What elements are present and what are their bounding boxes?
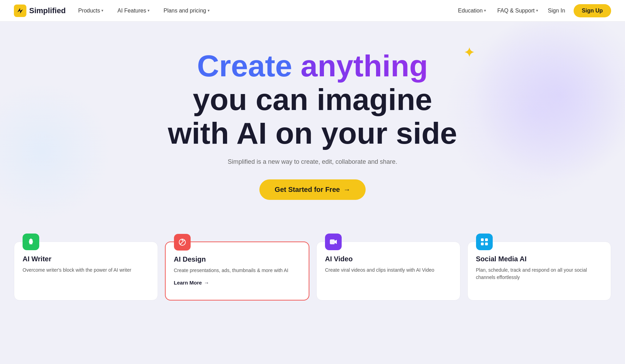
chevron-down-icon: ▾	[208, 8, 210, 13]
cta-label: Get Started for Free	[275, 186, 340, 194]
ai-design-icon	[178, 238, 187, 247]
chevron-down-icon: ▾	[101, 8, 103, 13]
chevron-down-icon: ▾	[484, 8, 486, 13]
ai-video-title: AI Video	[325, 255, 452, 263]
card-ai-design: AI Design Create presentations, ads, thu…	[165, 242, 310, 300]
arrow-icon: →	[204, 280, 209, 286]
chevron-down-icon: ▾	[536, 8, 538, 13]
nav-products[interactable]: Products ▾	[77, 6, 105, 16]
hero-subtitle: Simplified is a new way to create, edit,…	[228, 158, 397, 166]
logo[interactable]: Simplified	[14, 5, 66, 17]
svg-rect-6	[481, 238, 484, 241]
nav-products-label: Products	[78, 8, 100, 14]
social-media-icon-wrapper	[476, 234, 493, 250]
svg-rect-5	[330, 239, 335, 244]
create-text: Create	[197, 49, 300, 83]
anything-text: anything	[301, 49, 428, 83]
navbar: Simplified Products ▾ AI Features ▾ Plan…	[0, 0, 625, 22]
hero-section: Create anything ✦ you can imagine with A…	[0, 22, 625, 221]
card-ai-video: AI Video Create viral videos and clips i…	[316, 242, 460, 300]
nav-plans[interactable]: Plans and pricing ▾	[162, 6, 211, 16]
navbar-left: Simplified Products ▾ AI Features ▾ Plan…	[14, 5, 211, 17]
card-ai-writer: AI Writer Overcome writer's block with t…	[14, 242, 158, 300]
logo-icon	[14, 5, 26, 17]
nav-ai-features[interactable]: AI Features ▾	[116, 6, 151, 16]
social-media-desc: Plan, schedule, track and respond on all…	[476, 266, 603, 281]
svg-point-4	[182, 239, 183, 241]
ai-design-icon-wrapper	[174, 234, 191, 251]
ai-writer-title: AI Writer	[23, 255, 149, 263]
nav-faq-label: FAQ & Support	[497, 8, 535, 14]
nav-plans-label: Plans and pricing	[164, 8, 206, 14]
ai-writer-icon	[26, 237, 35, 246]
social-media-title: Social Media AI	[476, 255, 603, 263]
sparkle-icon: ✦	[464, 46, 474, 60]
ai-writer-desc: Overcome writer's block with the power o…	[23, 266, 149, 274]
sign-up-button[interactable]: Sign Up	[574, 4, 611, 17]
hero-title-line1: Create anything ✦	[168, 49, 457, 83]
hero-title: Create anything ✦ you can imagine with A…	[168, 49, 457, 150]
nav-faq[interactable]: FAQ & Support ▾	[496, 6, 540, 16]
ai-video-icon	[329, 237, 338, 246]
arrow-icon: →	[343, 186, 350, 194]
social-media-icon	[480, 237, 489, 246]
ai-design-desc: Create presentations, ads, thumbnails & …	[174, 267, 301, 274]
nav-education[interactable]: Education ▾	[457, 6, 488, 16]
nav-ai-features-label: AI Features	[117, 8, 146, 14]
ai-video-desc: Create viral videos and clips instantly …	[325, 266, 452, 274]
ai-video-icon-wrapper	[325, 234, 342, 250]
navbar-right: Education ▾ FAQ & Support ▾ Sign In Sign…	[457, 4, 611, 17]
sign-in-link[interactable]: Sign In	[548, 8, 565, 14]
cta-button[interactable]: Get Started for Free →	[259, 179, 366, 200]
nav-education-label: Education	[458, 8, 483, 14]
ai-writer-icon-wrapper	[23, 234, 39, 250]
hero-title-line3: with AI on your side	[168, 117, 457, 150]
logo-text: Simplified	[29, 6, 66, 15]
card-social-media: Social Media AI Plan, schedule, track an…	[467, 242, 611, 300]
svg-rect-9	[485, 243, 488, 245]
ai-design-learn-more[interactable]: Learn More →	[174, 280, 301, 286]
learn-more-label: Learn More	[174, 280, 202, 286]
chevron-down-icon: ▾	[148, 8, 150, 13]
ai-design-title: AI Design	[174, 255, 301, 263]
product-cards: AI Writer Overcome writer's block with t…	[0, 242, 625, 314]
hero-title-line2: you can imagine	[168, 83, 457, 117]
svg-rect-7	[485, 238, 488, 241]
svg-rect-8	[481, 243, 484, 245]
